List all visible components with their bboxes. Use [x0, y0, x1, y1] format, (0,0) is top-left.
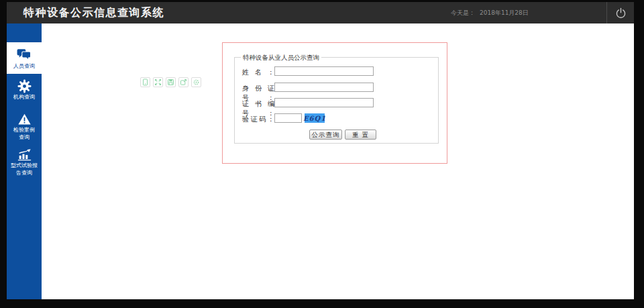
sidebar-item-type-test-report-query[interactable]: 型式试验报 告查询 [7, 147, 42, 176]
sidebar-item-label: 机构查询 [13, 93, 35, 101]
sidebar-item-label: 人员查询 [13, 62, 35, 70]
warning-triangle-icon [17, 111, 32, 126]
id-number-input[interactable] [274, 83, 374, 92]
captcha-image[interactable]: E6Q1 [305, 113, 325, 123]
gear-icon [17, 79, 32, 93]
header-bar: 特种设备公示信息查询系统 今天是： 2018年11月28日 [7, 2, 634, 23]
sidebar-item-label-line1: 检验案例 [13, 126, 35, 134]
date-value: 2018年11月28日 [480, 9, 529, 17]
device-icon[interactable] [140, 77, 150, 87]
captcha-label: 验证码： [242, 115, 274, 124]
captcha-input[interactable] [274, 113, 302, 123]
form-buttons-row: 公示查询 重 置 [235, 130, 438, 140]
settings-icon[interactable] [191, 77, 201, 87]
sidebar-nav: 人员查询 机构查询 [7, 23, 42, 299]
sidebar-item-personnel-query[interactable]: 人员查询 [7, 42, 42, 74]
app-window: 特种设备公示信息查询系统 今天是： 2018年11月28日 人员查询 [0, 0, 644, 308]
sidebar-item-label-line1: 型式试验报 [11, 162, 38, 169]
chat-bubbles-icon [16, 48, 32, 62]
main-content: 特种设备从业人员公示查询 姓名： 身份证号： 证书编号： 验证码： E6Q1 [42, 23, 634, 299]
page-title: 特种设备公示信息查询系统 [23, 2, 164, 23]
personnel-query-fieldset: 特种设备从业人员公示查询 姓名： 身份证号： 证书编号： 验证码： E6Q1 [234, 57, 439, 144]
date-label: 今天是： [451, 9, 475, 17]
sidebar-item-institution-query[interactable]: 机构查询 [7, 79, 42, 101]
sidebar-item-inspection-case-query[interactable]: 检验案例 查询 [7, 111, 42, 141]
certificate-number-input[interactable] [274, 98, 374, 107]
fullscreen-icon[interactable] [153, 77, 163, 87]
form-row-name: 姓名： [235, 66, 438, 76]
form-row-captcha: 验证码： E6Q1 [235, 113, 438, 123]
power-icon [615, 7, 627, 19]
mini-toolbar [140, 77, 201, 87]
submit-query-button[interactable]: 公示查询 [309, 130, 342, 140]
form-row-id-number: 身份证号： [235, 83, 438, 93]
name-label: 姓名： [242, 68, 274, 77]
bar-chart-icon [17, 147, 32, 162]
name-input[interactable] [274, 66, 374, 76]
fieldset-legend: 特种设备从业人员公示查询 [241, 54, 321, 62]
sidebar-item-label-line2: 查询 [19, 134, 30, 141]
reset-button[interactable]: 重 置 [345, 130, 376, 140]
logout-button[interactable] [606, 2, 634, 23]
form-row-certificate-number: 证书编号： [235, 98, 438, 108]
save-icon[interactable] [166, 77, 176, 87]
export-icon[interactable] [178, 77, 189, 87]
sidebar-item-label-line2: 告查询 [16, 169, 32, 176]
query-panel: 特种设备从业人员公示查询 姓名： 身份证号： 证书编号： 验证码： E6Q1 [222, 42, 447, 164]
header-date: 今天是： 2018年11月28日 [451, 2, 529, 23]
